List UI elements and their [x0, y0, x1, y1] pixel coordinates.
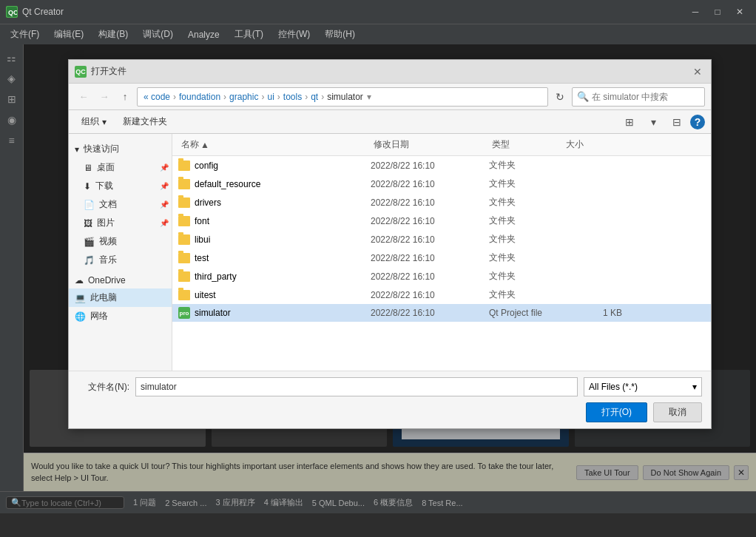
breadcrumb-bar: « code › foundation › graphic › ui › too… [137, 87, 548, 107]
file-list-area: 名称 ▲ 修改日期 类型 大小 [172, 134, 711, 371]
dialog-icon: QC [75, 66, 87, 78]
menu-debug[interactable]: 调试(D) [135, 25, 180, 44]
sort-icon: ▲ [200, 140, 209, 150]
new-folder-button[interactable]: 新建文件夹 [116, 112, 174, 131]
bc-tools[interactable]: tools [283, 92, 302, 102]
view-options-button[interactable]: ⊞ [619, 112, 640, 132]
dialog-title: 打开文件 [91, 65, 690, 78]
nav-downloads[interactable]: ⬇ 下载 📌 [69, 177, 172, 195]
status-search-item[interactable]: 2 Search ... [165, 499, 206, 507]
content-area: Blogs User Guide HTTP Would you like to … [24, 44, 756, 491]
search-icon: 🔍 [577, 91, 589, 102]
downloads-label: 下载 [95, 180, 113, 192]
bc-simulator: simulator [327, 92, 363, 102]
app-logo: QC [6, 6, 18, 18]
pro-file-icon: pro [178, 307, 190, 319]
file-row-font[interactable]: font 2022/8/22 16:10 文件夹 [172, 212, 711, 230]
search-box[interactable]: 🔍 [572, 87, 705, 107]
dialog-body: ▾ 快速访问 🖥 桌面 📌 ⬇ 下载 📌 [69, 134, 711, 371]
dialog-close-button[interactable]: ✕ [690, 64, 705, 79]
pin-icon-2: 📌 [160, 182, 169, 190]
network-label: 网络 [90, 310, 108, 322]
menu-help[interactable]: 帮助(H) [317, 25, 362, 44]
app-title: Qt Creator [22, 7, 685, 17]
status-compile[interactable]: 4 编译输出 [264, 497, 303, 508]
col-name-header[interactable]: 名称 ▲ [178, 137, 371, 152]
search-input[interactable] [592, 92, 703, 102]
document-icon: 📄 [84, 200, 95, 210]
view-toggle-button[interactable]: ▾ [643, 112, 664, 132]
file-list-header: 名称 ▲ 修改日期 类型 大小 [172, 134, 711, 156]
open-button[interactable]: 打开(O) [586, 402, 647, 422]
pictures-icon: 🖼 [84, 218, 92, 229]
file-list: config 2022/8/22 16:10 文件夹 default_resou… [172, 156, 711, 371]
nav-desktop[interactable]: 🖥 桌面 📌 [69, 158, 172, 177]
bc-qt[interactable]: qt [311, 92, 318, 102]
col-size-header[interactable]: 大小 [563, 137, 622, 152]
file-row-simulator[interactable]: pro simulator 2022/8/22 16:10 Qt Project… [172, 304, 711, 322]
status-problems[interactable]: 1 问题 [133, 497, 156, 508]
nav-music[interactable]: 🎵 音乐 [69, 251, 172, 269]
bc-dropdown[interactable]: ▾ [363, 87, 375, 107]
organize-button[interactable]: 组织 ▾ [75, 112, 113, 131]
nav-pictures[interactable]: 🖼 图片 📌 [69, 214, 172, 232]
music-label: 音乐 [99, 254, 117, 266]
file-row-third-party[interactable]: third_party 2022/8/22 16:10 文件夹 [172, 267, 711, 286]
file-row-test[interactable]: test 2022/8/22 16:10 文件夹 [172, 249, 711, 267]
folder-icon [178, 161, 190, 171]
locate-input[interactable] [21, 499, 118, 507]
status-overview[interactable]: 6 概要信息 [374, 497, 413, 508]
preview-pane-button[interactable]: ⊟ [666, 112, 687, 132]
folder-icon [178, 271, 190, 282]
menu-controls[interactable]: 控件(W) [271, 25, 317, 44]
maximize-button[interactable]: □ [707, 4, 728, 19]
videos-icon: 🎬 [84, 237, 95, 247]
up-button[interactable]: ↑ [116, 88, 134, 106]
nav-documents[interactable]: 📄 文档 📌 [69, 195, 172, 214]
status-search[interactable]: 🔍 [6, 496, 124, 509]
this-pc-label: 此电脑 [90, 291, 117, 304]
file-row-default-resource[interactable]: default_resource 2022/8/22 16:10 文件夹 [172, 175, 711, 193]
file-row-uitest[interactable]: uitest 2022/8/22 16:10 文件夹 [172, 286, 711, 304]
status-app[interactable]: 3 应用程序 [215, 497, 254, 508]
menu-file[interactable]: 文件(F) [3, 25, 47, 44]
bc-ui[interactable]: ui [267, 92, 274, 102]
sidebar-icon-3[interactable]: ⊞ [3, 90, 21, 108]
menu-analyze[interactable]: Analyze [180, 27, 227, 43]
help-button[interactable]: ? [690, 115, 705, 129]
col-type-header[interactable]: 类型 [489, 137, 563, 152]
filetype-select[interactable]: All Files (*.*) ▾ [584, 377, 702, 396]
bc-foundation[interactable]: foundation [179, 92, 220, 102]
filename-input[interactable] [135, 377, 578, 396]
nav-network[interactable]: 🌐 网络 [69, 307, 172, 325]
status-test[interactable]: 8 Test Re... [422, 499, 462, 507]
folder-icon [178, 179, 190, 189]
file-row-libui[interactable]: libui 2022/8/22 16:10 文件夹 [172, 230, 711, 249]
minimize-button[interactable]: ─ [685, 4, 706, 19]
bc-graphic[interactable]: graphic [229, 92, 258, 102]
sidebar-icon-4[interactable]: ◉ [3, 111, 21, 129]
nav-videos[interactable]: 🎬 视频 [69, 232, 172, 251]
forward-button[interactable]: → [95, 88, 113, 106]
close-button[interactable]: ✕ [729, 4, 750, 19]
sidebar-icon-5[interactable]: ≡ [3, 132, 21, 149]
cancel-button[interactable]: 取消 [653, 402, 702, 422]
nav-this-pc[interactable]: 💻 此电脑 [69, 288, 172, 307]
sidebar-icon-2[interactable]: ◈ [3, 70, 21, 87]
file-row-drivers[interactable]: drivers 2022/8/22 16:10 文件夹 [172, 193, 711, 212]
folder-icon [178, 234, 190, 245]
sidebar-icon-1[interactable]: ⚏ [3, 49, 21, 67]
menu-edit[interactable]: 编辑(E) [47, 25, 91, 44]
filetype-label: All Files (*.*) [589, 382, 638, 392]
status-qml[interactable]: 5 QML Debu... [312, 499, 365, 507]
main-area: ⚏ ◈ ⊞ ◉ ≡ Blogs User Guide HT [0, 44, 756, 491]
refresh-button[interactable]: ↻ [551, 88, 569, 106]
menu-build[interactable]: 构建(B) [91, 25, 135, 44]
file-row-config[interactable]: config 2022/8/22 16:10 文件夹 [172, 156, 711, 175]
menu-tools[interactable]: 工具(T) [227, 25, 271, 44]
col-date-header[interactable]: 修改日期 [371, 137, 489, 152]
onedrive-label: OneDrive [88, 275, 126, 286]
bc-code[interactable]: « code [144, 92, 170, 102]
back-button[interactable]: ← [75, 88, 92, 106]
nav-onedrive[interactable]: ☁ OneDrive [69, 272, 172, 288]
